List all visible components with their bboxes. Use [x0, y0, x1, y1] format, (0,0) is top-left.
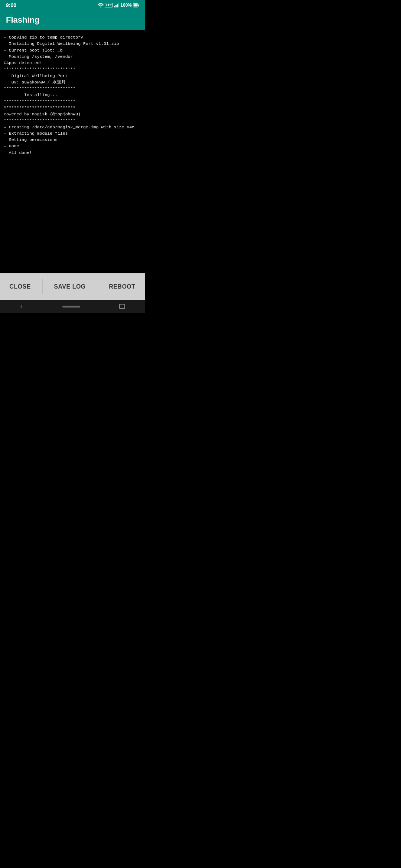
console-line: - All done! — [4, 149, 141, 156]
console-output: - Copying zip to temp directory- Install… — [0, 30, 145, 273]
back-icon[interactable]: ‹ — [20, 303, 24, 310]
app-header: Flashing — [0, 10, 145, 30]
svg-rect-1 — [114, 6, 115, 7]
battery-text: 100% — [120, 3, 132, 8]
console-line: GApps detected! — [4, 60, 141, 66]
console-line: **************************** — [4, 98, 141, 105]
svg-rect-2 — [115, 5, 117, 7]
divider-2 — [97, 279, 97, 294]
lte-badge: LTE — [105, 3, 113, 7]
svg-rect-7 — [134, 4, 138, 6]
console-line: **************************** — [4, 66, 141, 72]
home-pill[interactable] — [62, 306, 80, 308]
bottom-action-bar: CLOSE SAVE LOG REBOOT — [0, 273, 145, 300]
console-line: By: suwakowww / 水無月 — [4, 79, 141, 85]
svg-rect-3 — [117, 4, 118, 7]
status-bar: 9:00 LTE 100% — [0, 0, 145, 10]
console-line: **************************** — [4, 85, 141, 92]
console-line: - Extracting module files — [4, 130, 141, 137]
reboot-button[interactable]: REBOOT — [101, 277, 143, 296]
svg-point-0 — [100, 7, 101, 8]
status-right: LTE 100% — [98, 3, 139, 8]
console-line: **************************** — [4, 117, 141, 124]
page-title: Flashing — [6, 15, 39, 25]
console-line: - Installing Digital_Wellbeing_Port-v1.0… — [4, 40, 141, 47]
close-button[interactable]: CLOSE — [2, 277, 38, 296]
status-time: 9:00 — [6, 2, 16, 8]
console-line: **************************** — [4, 105, 141, 111]
console-line: - Setting permissions — [4, 137, 141, 143]
navigation-bar: ‹ — [0, 300, 145, 313]
recents-icon[interactable] — [119, 304, 125, 309]
divider-1 — [42, 279, 43, 294]
console-line: - Done — [4, 143, 141, 149]
console-line: - Copying zip to temp directory — [4, 34, 141, 40]
signal-icon — [114, 3, 119, 7]
save-log-button[interactable]: SAVE LOG — [46, 277, 93, 296]
svg-rect-6 — [138, 4, 139, 6]
console-line: - Current boot slot: _b — [4, 47, 141, 53]
battery-icon — [133, 3, 139, 7]
wifi-icon — [98, 3, 104, 7]
console-line: - Creating /data/adb/magisk_merge.img wi… — [4, 124, 141, 130]
status-icons: LTE 100% — [98, 3, 139, 8]
console-line: Digital Wellbeing Port — [4, 73, 141, 79]
console-line: Powered by Magisk (@topjohnwu) — [4, 111, 141, 117]
console-line: - Mounting /system, /vendor — [4, 53, 141, 60]
console-line: Installing... — [4, 92, 141, 98]
svg-rect-4 — [118, 3, 119, 7]
